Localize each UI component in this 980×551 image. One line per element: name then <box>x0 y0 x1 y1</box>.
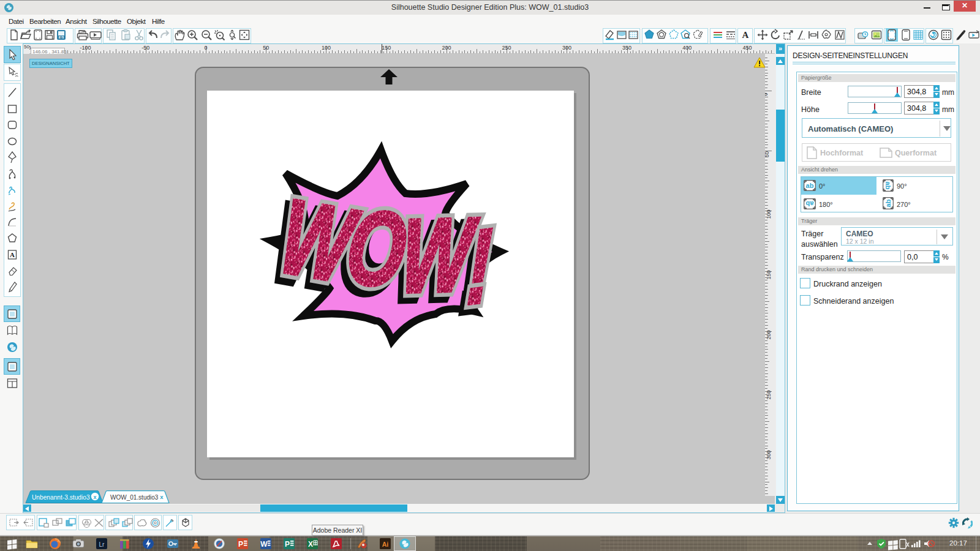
svg-text:P: P <box>238 540 243 549</box>
svg-text:ab: ab <box>806 182 814 189</box>
svg-text:ib: ib <box>60 36 62 39</box>
svg-text:WOW_01.studio3: WOW_01.studio3 <box>110 494 159 501</box>
svg-text:Ai: Ai <box>382 541 389 548</box>
svg-text:W: W <box>260 540 268 549</box>
svg-text:ab: ab <box>884 199 892 207</box>
svg-text:P: P <box>285 540 290 549</box>
svg-text:Lr: Lr <box>99 541 105 548</box>
svg-text:x: x <box>160 493 164 500</box>
svg-text:A: A <box>742 30 749 40</box>
svg-text:A: A <box>10 251 15 258</box>
svg-text:Unbenannt-3.studio3: Unbenannt-3.studio3 <box>32 494 90 501</box>
svg-text:ab: ab <box>884 182 892 190</box>
svg-text:x: x <box>93 494 96 500</box>
svg-text:X: X <box>308 540 313 549</box>
svg-text:ab: ab <box>805 200 813 208</box>
